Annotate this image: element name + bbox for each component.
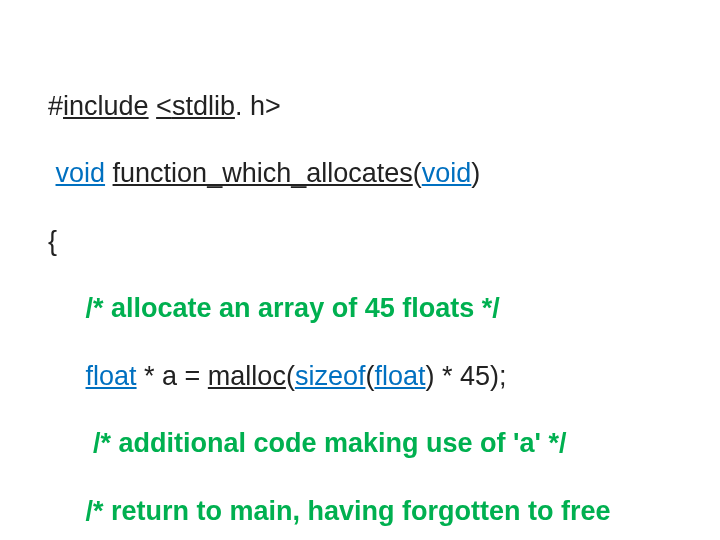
stdlib: stdlib (172, 91, 235, 121)
sp (105, 158, 113, 188)
code-line-2: void function_which_allocates(void) (48, 157, 672, 191)
lparen: ( (413, 158, 422, 188)
void-keyword: void (56, 158, 106, 188)
comment: /* return to main, having forgotten to f… (86, 496, 619, 526)
rparen: ) (471, 158, 480, 188)
void-arg: void (422, 158, 472, 188)
include-keyword: include (63, 91, 149, 121)
sizeof: sizeof (295, 361, 366, 391)
indent (48, 361, 86, 391)
code-line-7a: /* return to main, having forgotten to f… (48, 495, 672, 529)
comment: /* additional code making use of 'a' */ (93, 428, 566, 458)
dot: . (235, 91, 250, 121)
indent (48, 496, 86, 526)
code-line-5: float * a = malloc(sizeof(float) * 45); (48, 360, 672, 394)
lt: < (156, 91, 172, 121)
code-line-1: #include <stdlib. h> (48, 90, 672, 124)
sp (48, 158, 56, 188)
sp (149, 91, 157, 121)
code-line-3: { (48, 225, 672, 259)
text: ) * 45); (425, 361, 506, 391)
lparen: ( (286, 361, 295, 391)
hash: # (48, 91, 63, 121)
code-line-4: /* allocate an array of 45 floats */ (48, 292, 672, 326)
indent (48, 293, 86, 323)
h: h (250, 91, 265, 121)
malloc: malloc (208, 361, 286, 391)
float-keyword: float (374, 361, 425, 391)
indent (48, 428, 93, 458)
function-name: function_which_allocates (113, 158, 413, 188)
gt: > (265, 91, 281, 121)
comment: /* allocate an array of 45 floats */ (86, 293, 500, 323)
text: * a = (137, 361, 208, 391)
code-line-6: /* additional code making use of 'a' */ (48, 427, 672, 461)
code-block: #include <stdlib. h> void function_which… (48, 56, 672, 540)
float-keyword: float (86, 361, 137, 391)
slide: #include <stdlib. h> void function_which… (0, 0, 720, 540)
